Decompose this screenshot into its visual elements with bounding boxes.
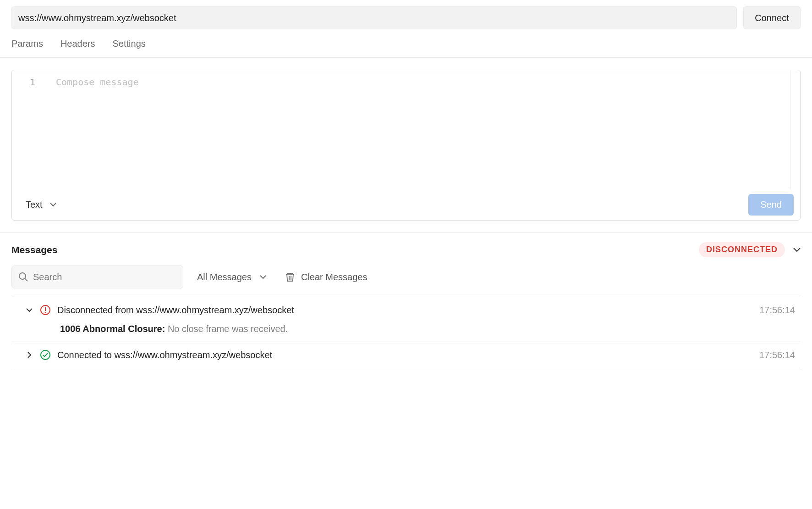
message-detail-code: 1006 Abnormal Closure: <box>60 324 165 334</box>
chevron-down-icon <box>260 275 266 279</box>
message-detail-text: No close frame was received. <box>165 324 288 334</box>
editor-line-gutter: 1 <box>12 70 53 189</box>
clear-messages-button[interactable]: Clear Messages <box>285 272 368 282</box>
svg-point-5 <box>41 350 50 360</box>
message-format-select[interactable]: Text <box>26 199 56 210</box>
message-timestamp: 17:56:14 <box>759 350 801 360</box>
clear-messages-label: Clear Messages <box>301 272 368 282</box>
message-detail: 1006 Abnormal Closure: No close frame wa… <box>25 315 801 334</box>
search-icon <box>18 272 28 282</box>
messages-filter-select[interactable]: All Messages <box>197 272 266 282</box>
svg-point-0 <box>19 273 26 279</box>
editor-placeholder: Compose message <box>56 77 139 88</box>
chevron-right-icon[interactable] <box>25 352 33 358</box>
connection-status-badge: DISCONNECTED <box>699 242 785 257</box>
chevron-down-icon[interactable] <box>793 248 801 252</box>
messages-heading: Messages <box>11 244 57 255</box>
messages-search-input[interactable] <box>33 272 176 282</box>
svg-line-1 <box>25 279 28 282</box>
messages-filter-label: All Messages <box>197 272 252 282</box>
message-row[interactable]: Connected to wss://www.ohmystream.xyz/we… <box>11 342 801 368</box>
tab-headers[interactable]: Headers <box>60 39 95 49</box>
message-textarea[interactable]: Compose message <box>53 70 800 189</box>
tab-params[interactable]: Params <box>11 39 43 49</box>
websocket-url-input[interactable] <box>11 6 737 29</box>
format-label: Text <box>26 199 43 210</box>
send-button[interactable]: Send <box>748 194 794 216</box>
trash-icon <box>285 272 295 282</box>
message-row[interactable]: Disconnected from wss://www.ohmystream.x… <box>11 297 801 342</box>
message-timestamp: 17:56:14 <box>759 305 801 315</box>
chevron-down-icon[interactable] <box>25 308 33 312</box>
error-circle-icon <box>40 304 51 315</box>
connect-button[interactable]: Connect <box>743 6 801 29</box>
tab-settings[interactable]: Settings <box>113 39 146 49</box>
message-editor: 1 Compose message Text Send <box>11 70 801 221</box>
editor-scrollbar[interactable] <box>790 70 800 189</box>
divider <box>0 57 812 58</box>
messages-search-box[interactable] <box>11 266 183 288</box>
chevron-down-icon <box>50 203 56 207</box>
svg-point-4 <box>45 312 46 313</box>
success-check-icon <box>40 349 51 360</box>
message-text: Disconnected from wss://www.ohmystream.x… <box>57 305 753 315</box>
message-text: Connected to wss://www.ohmystream.xyz/we… <box>57 350 753 360</box>
